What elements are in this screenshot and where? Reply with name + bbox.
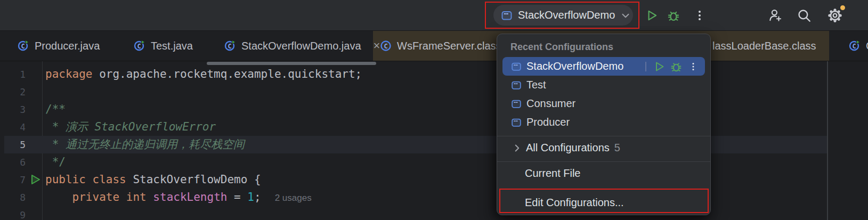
- svg-text:C: C: [852, 43, 856, 50]
- svg-text:C: C: [384, 43, 387, 50]
- usages-inlay-hint[interactable]: 2 usages: [275, 193, 312, 203]
- separator: [497, 136, 710, 136]
- line-number: 2: [0, 83, 26, 101]
- edit-configurations-item[interactable]: Edit Configurations...: [497, 191, 710, 215]
- code-text: package org.apache.rocketmq.example.quic…: [45, 66, 362, 83]
- code-editor[interactable]: 1package org.apache.rocketmq.example.qui…: [0, 61, 868, 220]
- editor-split-divider[interactable]: [827, 61, 828, 220]
- java-class-icon: C: [379, 39, 392, 52]
- line-number: 6: [0, 153, 26, 171]
- run-gutter-icon[interactable]: [29, 173, 42, 186]
- run-configurations-dropdown: Recent Configurations StackOverflowDemoT…: [497, 34, 711, 215]
- more-actions-button[interactable]: [692, 7, 708, 23]
- chevron-down-icon: [620, 10, 631, 21]
- chevron-right-icon: [511, 142, 523, 154]
- settings-notification-dot: [839, 4, 846, 11]
- current-file-item[interactable]: Current File: [497, 164, 710, 183]
- line-number: 9: [0, 206, 26, 220]
- code-text: private int stackLength = 1;2 usages: [45, 189, 312, 207]
- editor-tab-bar: CProducer.javaCTest.javaCStackOverflowDe…: [0, 31, 868, 61]
- recent-configuration-test[interactable]: Test: [497, 76, 710, 94]
- main-toolbar: StackOverflowDemo: [0, 0, 868, 31]
- code-text: public class StackOverflowDemo {: [45, 171, 261, 189]
- run-button[interactable]: [644, 7, 660, 23]
- app-window-icon: [510, 79, 522, 91]
- configuration-label: Test: [526, 79, 546, 91]
- add-user-button[interactable]: [767, 7, 783, 23]
- java-class-run-icon: C: [224, 39, 237, 52]
- all-configurations-label: All Configurations: [526, 142, 610, 154]
- tab-test[interactable]: CTest.java: [133, 31, 193, 61]
- svg-text:C: C: [137, 43, 141, 50]
- line-number: 7: [0, 171, 26, 189]
- app-window-icon: [510, 98, 522, 110]
- line-number: 1: [0, 66, 26, 83]
- tab-label: Co: [866, 40, 868, 52]
- tab-label: Test.java: [151, 40, 193, 52]
- tab-label: Producer.java: [35, 40, 100, 52]
- tab-classloaderbase[interactable]: lassLoaderBase.class: [712, 31, 816, 61]
- debug-icon[interactable]: [670, 60, 683, 73]
- recent-configuration-stackoverflowdemo[interactable]: StackOverflowDemo: [502, 57, 705, 76]
- recent-configuration-consumer[interactable]: Consumer: [497, 94, 710, 113]
- code-text: * 演示 StackOverflowError: [45, 118, 216, 136]
- app-window-icon: [510, 117, 522, 128]
- app-window-icon: [510, 61, 522, 72]
- divider: [645, 62, 646, 71]
- dropdown-header: Recent Configurations: [497, 34, 710, 56]
- app-window-icon: [500, 9, 513, 22]
- svg-text:C: C: [21, 43, 25, 50]
- tab-label: StackOverflowDemo.java: [241, 40, 361, 52]
- all-configurations-count: 5: [614, 142, 620, 154]
- svg-text:C: C: [228, 43, 231, 50]
- configuration-label: Producer: [526, 116, 570, 128]
- separator: [497, 161, 710, 162]
- tab-wsframeserver[interactable]: CWsFrameServer.class: [379, 31, 501, 61]
- ide-window: StackOverflowDemo CProducer.javaCTest.ja…: [0, 0, 868, 220]
- line-number: 8: [0, 189, 26, 206]
- java-class-run-icon: C: [848, 39, 861, 52]
- java-class-run-icon: C: [17, 39, 30, 52]
- recent-configuration-producer[interactable]: Producer: [497, 113, 710, 132]
- more-kebab-icon[interactable]: [687, 60, 700, 73]
- configuration-label: StackOverflowDemo: [526, 60, 623, 72]
- search-everywhere-button[interactable]: [796, 7, 812, 23]
- java-class-run-icon: C: [133, 39, 146, 52]
- run-configuration-label: StackOverflowDemo: [518, 9, 615, 21]
- tab-stackoverflowdemo[interactable]: CStackOverflowDemo.java×: [224, 31, 380, 61]
- edit-configurations-label: Edit Configurations...: [525, 197, 624, 209]
- code-text: */: [45, 153, 66, 171]
- configuration-label: Consumer: [526, 97, 575, 110]
- run-configuration-selector[interactable]: StackOverflowDemo: [493, 5, 633, 26]
- line-number: 4: [0, 118, 26, 136]
- all-configurations-item[interactable]: All Configurations 5: [497, 138, 710, 157]
- line-number: 3: [0, 101, 26, 118]
- tab-co[interactable]: CCo: [848, 31, 868, 61]
- line-number: 5: [0, 136, 26, 153]
- run-icon[interactable]: [653, 60, 666, 73]
- debug-button[interactable]: [666, 7, 682, 23]
- tab-producer[interactable]: CProducer.java: [17, 31, 100, 61]
- code-text: /**: [45, 101, 66, 118]
- tab-scrollbar-thumb[interactable]: [207, 62, 376, 65]
- tab-label: WsFrameServer.class: [397, 40, 501, 52]
- tab-label: lassLoaderBase.class: [712, 40, 816, 52]
- current-file-label: Current File: [525, 167, 580, 180]
- code-text: * 通过无终止的递归调用，耗尽栈空间: [45, 136, 245, 153]
